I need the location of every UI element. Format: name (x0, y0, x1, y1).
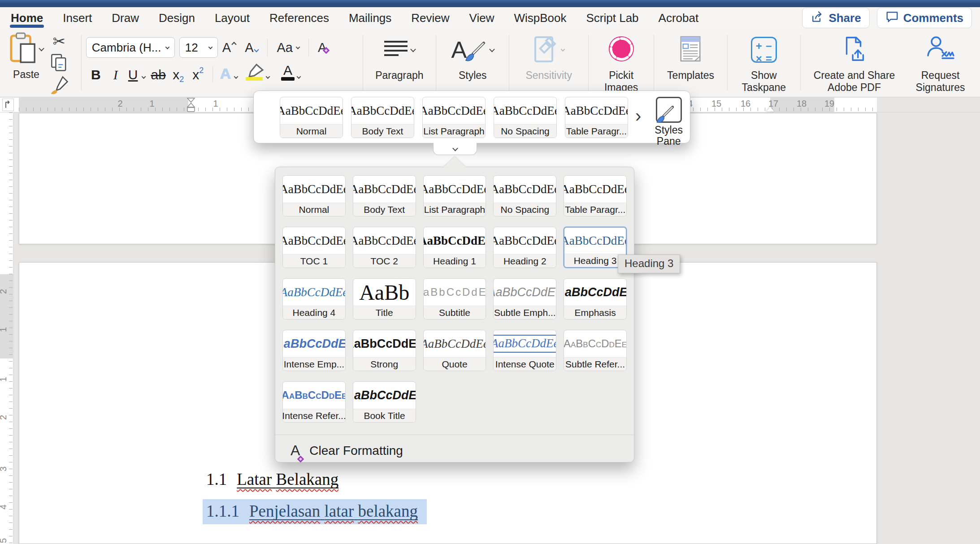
style-card-normal[interactable]: AaBbCcDdEeNormal (282, 175, 346, 216)
subscript-button[interactable]: x2 (169, 64, 188, 85)
style-preview: AaBbCcDdEe (283, 382, 345, 409)
paragraph-button[interactable]: Paragraph (368, 29, 431, 97)
tab-home[interactable]: Home (11, 7, 43, 29)
style-card-heading-4[interactable]: AaBbCcDdEeHeading 4 (282, 278, 346, 319)
tab-stop-selector[interactable] (2, 99, 14, 111)
format-painter-button[interactable] (49, 76, 69, 96)
style-card-intense-refer[interactable]: AaBbCcDdEeIntense Refer... (282, 381, 346, 423)
style-card-quote[interactable]: AaBbCcDdEeQuote (423, 330, 486, 371)
style-card-body-text[interactable]: AaBbCcDdEeBody Text (353, 175, 416, 216)
styles-menu-rows: AaBbCcDdEeNormalAaBbCcDdEeBody TextAaBbC… (282, 175, 627, 423)
style-card-subtle-emph[interactable]: AaBbCcDdEeSubtle Emph... (493, 278, 556, 319)
font-size-value: 12 (185, 41, 198, 55)
style-card-no-spacing[interactable]: AaBbCcDdEeNo Spacing (494, 97, 557, 138)
sensitivity-label: Sensitivity (525, 69, 572, 82)
text-effects-button[interactable]: A (217, 64, 241, 85)
style-card-heading-2[interactable]: AaBbCcDdEeHeading 2 (493, 227, 556, 268)
ruler-number: 1 (213, 99, 218, 109)
tab-insert[interactable]: Insert (63, 7, 92, 29)
paste-dropdown-chevron-icon[interactable] (39, 45, 44, 51)
style-card-no-spacing[interactable]: AaBbCcDdEeNo Spacing (493, 175, 556, 216)
style-card-label: Title (353, 306, 416, 319)
style-card-toc-1[interactable]: AaBbCcDdEeTOC 1 (282, 227, 346, 268)
style-card-label: Heading 3 (564, 254, 626, 267)
paste-icon (9, 32, 37, 65)
tab-layout[interactable]: Layout (215, 7, 250, 29)
request-signatures-button[interactable]: RequestSignatures (903, 29, 977, 97)
highlight-button[interactable] (240, 64, 273, 85)
tab-design[interactable]: Design (159, 7, 195, 29)
bold-letter: B (91, 67, 101, 82)
tab-view[interactable]: View (469, 7, 494, 29)
style-card-subtle-refer[interactable]: AaBbCcDdEeSubtle Refer... (564, 330, 627, 371)
paste-button[interactable]: Paste (9, 32, 43, 81)
style-card-title[interactable]: AaBbTitle (353, 278, 416, 319)
text-effects-chevron-icon (234, 74, 238, 79)
doc-heading3[interactable]: 1.1.1Penjelasan latar belakang (203, 501, 427, 521)
style-preview: AaBbCcDdEe (494, 227, 556, 254)
style-card-book-title[interactable]: AaBbCcDdEeBook Title (353, 381, 416, 423)
copy-button[interactable] (49, 54, 69, 73)
styles-menu-row-5: AaBbCcDdEeIntense Refer...AaBbCcDdEeBook… (282, 381, 627, 423)
clear-formatting-button[interactable]: A (313, 37, 333, 58)
tab-mailings[interactable]: Mailings (349, 7, 391, 29)
style-preview-text: AaBbCcDdEe (424, 234, 486, 248)
style-card-table-paragr[interactable]: AaBbCcDdEeTable Paragr... (564, 175, 627, 216)
styles-gallery-button[interactable]: A Styles (441, 29, 504, 97)
style-card-label: Body Text (351, 124, 414, 138)
underline-button[interactable]: U (126, 64, 148, 85)
font-name-select[interactable]: Cambria (H... (86, 37, 175, 58)
style-card-normal[interactable]: AaBbCcDdEeNormal (280, 97, 343, 138)
style-card-emphasis[interactable]: AaBbCcDdEeEmphasis (564, 278, 627, 319)
shrink-font-button[interactable]: A (240, 37, 263, 58)
comments-button[interactable]: Comments (877, 8, 972, 28)
show-taskpane-button[interactable]: +−×= ShowTaskpane (732, 29, 796, 97)
style-card-toc-2[interactable]: AaBbCcDdEeTOC 2 (353, 227, 416, 268)
superscript-button[interactable]: x2 (188, 64, 208, 85)
style-card-subtitle[interactable]: AaBbCcDdEeSubtitle (423, 278, 486, 319)
style-card-list-paragraph[interactable]: AaBbCcDdEeList Paragraph (423, 175, 486, 216)
style-preview-text: AaBbCcDdEe (424, 286, 486, 298)
underline-letter: U (128, 67, 138, 82)
style-card-strong[interactable]: AaBbCcDdEeStrong (353, 330, 416, 371)
heading-number: 1.1 (206, 470, 227, 488)
style-card-body-text[interactable]: AaBbCcDdEeBody Text (351, 97, 414, 138)
indent-marker[interactable] (186, 98, 195, 114)
style-card-heading-3[interactable]: AaBbCcDdEeHeading 3 (564, 227, 627, 268)
templates-button[interactable]: Templates (659, 29, 722, 97)
shrink-font-letter: A (245, 40, 253, 55)
strikethrough-button[interactable]: ab (148, 64, 168, 85)
style-card-table-paragr[interactable]: AaBbCcDdEeTable Paragr... (565, 97, 628, 138)
styles-pane-button[interactable]: Styles Pane (647, 97, 690, 147)
create-share-adobe-pdf-button[interactable]: Create and ShareAdobe PDF (805, 29, 903, 97)
grow-font-button[interactable]: A (218, 37, 240, 58)
tab-acrobat[interactable]: Acrobat (659, 7, 699, 29)
clear-formatting-item[interactable]: A Clear Formatting (282, 435, 627, 466)
font-size-select[interactable]: 12 (179, 37, 218, 58)
pickit-images-button[interactable]: PickitImages (593, 29, 650, 97)
clipboard-group: Paste ✂ (3, 29, 77, 97)
gallery-scroll-right-button[interactable]: › (635, 107, 641, 125)
change-case-button[interactable]: Aa (272, 37, 304, 58)
strikethrough-letters: ab (151, 67, 165, 82)
font-color-button[interactable]: A (273, 64, 307, 85)
cut-button[interactable]: ✂ (49, 31, 69, 51)
tab-references[interactable]: References (269, 7, 329, 29)
sensitivity-chevron-icon (560, 47, 565, 52)
tab-draw[interactable]: Draw (112, 7, 139, 29)
ruler-number: 2 (0, 289, 9, 294)
style-card-heading-1[interactable]: AaBbCcDdEeHeading 1 (423, 227, 486, 268)
doc-heading2[interactable]: 1.1Latar Belakang (206, 470, 338, 489)
tab-review[interactable]: Review (411, 7, 449, 29)
style-card-list-paragraph[interactable]: AaBbCcDdEeList Paragraph (422, 97, 486, 138)
word-window: HomeInsertDrawDesignLayoutReferencesMail… (0, 0, 980, 544)
italic-button[interactable]: I (106, 64, 126, 85)
style-card-intense-emp[interactable]: AaBbCcDdEeIntense Emp... (282, 330, 346, 371)
tab-wispbook[interactable]: WispBook (514, 7, 566, 29)
share-button[interactable]: Share (802, 8, 869, 28)
tab-script-lab[interactable]: Script Lab (586, 7, 639, 29)
gallery-expand-button[interactable] (433, 143, 477, 155)
style-card-intense-quote[interactable]: AaBbCcDdEeIntense Quote (493, 330, 556, 371)
bold-button[interactable]: B (86, 64, 106, 85)
heading-underlined-text: Penjelasan latar belakang (249, 502, 418, 520)
